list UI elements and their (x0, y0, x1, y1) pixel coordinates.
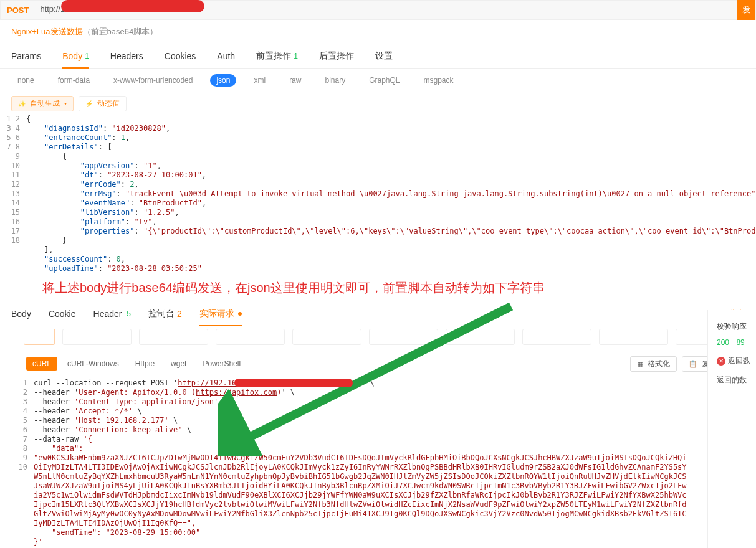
ghost-toolbar (0, 326, 756, 351)
resp-tab-console[interactable]: 控制台 2 (148, 301, 182, 326)
tab-auth[interactable]: Auth (217, 44, 235, 68)
autogen-button[interactable]: 自动生成 (11, 96, 74, 111)
curl-code[interactable]: curl --location --request POST 'http://1… (34, 379, 688, 547)
fmt-binary[interactable]: binary (318, 74, 352, 87)
copy-icon (689, 359, 699, 368)
api-name: Ngnix+Lua发送数据（前置base64脚本） (0, 20, 756, 44)
fmt-xml[interactable]: xml (247, 74, 272, 87)
bolt-icon (85, 99, 95, 108)
lang-powershell[interactable]: PowerShell (196, 357, 247, 371)
fmt-msgpack[interactable]: msgpack (418, 74, 460, 87)
grid-icon (637, 359, 645, 368)
status-time: 89 (736, 338, 744, 347)
redaction-mark (241, 380, 365, 387)
error-icon: ✕ (717, 357, 725, 366)
lang-wget[interactable]: wget (165, 357, 193, 371)
gutter: 1 2 3 4 5 6 7 8 9 10 11 12 13 14 15 16 1… (5, 115, 26, 273)
status-row: 200 89 (717, 338, 754, 347)
editor-toolbar: 自动生成 动态值 (0, 92, 756, 115)
wand-icon (18, 99, 27, 108)
fmt-none[interactable]: none (11, 74, 41, 87)
request-tabs: Params Body1 Headers Cookies Auth 前置操作1 … (0, 44, 756, 68)
url-bar: POST http://192.168. 发 (0, 0, 756, 20)
tab-cookies[interactable]: Cookies (165, 44, 196, 68)
return-row-error: ✕ 返回数 (717, 356, 754, 366)
tab-settings[interactable]: 设置 (375, 44, 393, 68)
dot-icon (238, 312, 242, 316)
lang-httpie[interactable]: Httpie (129, 357, 161, 371)
resp-tab-cookie[interactable]: Cookie (49, 301, 76, 326)
curl-gutter: 1 2 3 4 5 6 7 8 9 10 (15, 379, 34, 547)
code-lang-tabs: cURL cURL-Windows Httpie wget PowerShell… (15, 351, 756, 376)
body-format-tabs: none form-data x-www-form-urlencoded jso… (0, 68, 756, 92)
dynamic-value-button[interactable]: 动态值 (79, 96, 127, 111)
tab-headers[interactable]: Headers (110, 44, 143, 68)
url-input[interactable]: http://192.168. (40, 4, 216, 16)
tab-post-ops[interactable]: 后置操作 (319, 44, 354, 68)
response-tabs: Body Cookie Header 5 控制台 2 实际请求 <· 分享 (0, 301, 756, 326)
tab-pre-ops[interactable]: 前置操作1 (256, 44, 298, 68)
fmt-json[interactable]: json (210, 74, 236, 87)
json-editor[interactable]: 1 2 3 4 5 6 7 8 9 10 11 12 13 14 15 16 1… (0, 115, 756, 273)
fmt-form-data[interactable]: form-data (52, 74, 96, 87)
fmt-xwww[interactable]: x-www-form-urlencoded (107, 74, 199, 87)
curl-editor[interactable]: 1 2 3 4 5 6 7 8 9 10 curl --location --r… (0, 376, 756, 547)
tab-params[interactable]: Params (11, 44, 41, 68)
lang-curl[interactable]: cURL (26, 357, 57, 371)
http-method: POST (7, 6, 29, 15)
format-code-button[interactable]: 格式化 (630, 356, 677, 372)
redaction-mark (92, 4, 217, 16)
resp-tab-actual-request[interactable]: 实际请求 (199, 301, 242, 326)
fmt-graphql[interactable]: GraphQL (363, 74, 406, 87)
annotation-text: 将上述body进行base64编码发送，在json这里使用明文即可，前置脚本自动… (0, 273, 756, 296)
send-button[interactable]: 发 (737, 0, 755, 20)
return-row: 返回的数 (717, 375, 754, 385)
resp-tab-header[interactable]: Header 5 (93, 301, 132, 326)
lang-curl-windows[interactable]: cURL-Windows (61, 357, 125, 371)
validate-panel: 校验响应 200 89 ✕ 返回数 返回的数 (707, 310, 756, 548)
tab-body[interactable]: Body1 (62, 44, 89, 68)
fmt-raw[interactable]: raw (283, 74, 307, 87)
status-code: 200 (717, 338, 729, 347)
code-content[interactable]: { "diagnosisId": "id20230828", "entrance… (26, 115, 756, 273)
resp-tab-body[interactable]: Body (11, 301, 31, 326)
validate-title: 校验响应 (717, 321, 754, 332)
